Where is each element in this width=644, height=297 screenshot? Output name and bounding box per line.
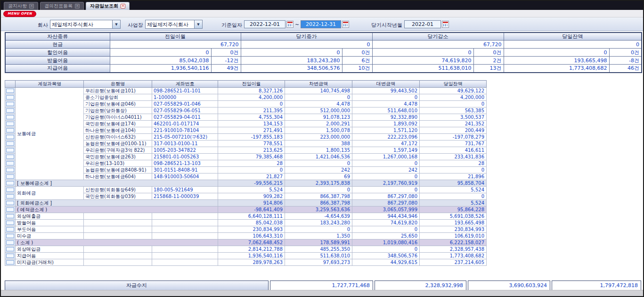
row-selector[interactable] — [5, 121, 16, 127]
daily-balance-cell: 731,767 — [420, 140, 487, 147]
daily-balance-cell: 416,611 — [420, 147, 487, 154]
row-selector[interactable] — [5, 154, 16, 160]
amount-cell: 1,773,408,682 — [504, 65, 609, 73]
account-label: 지급어음 — [16, 253, 84, 259]
detail-table: 계정과목명 은행명 계좌번호 전일이월 차변금액 대변금액 당일잔액 보통예금우… — [5, 80, 487, 266]
amount-cell: 85,042,038 — [110, 57, 211, 65]
row-selector[interactable] — [5, 88, 16, 94]
row-selector[interactable] — [5, 213, 16, 220]
row-selector[interactable] — [5, 220, 16, 226]
row-selector[interactable] — [5, 180, 16, 187]
footer-value: 1,797,472,818 — [552, 280, 641, 291]
row-selector[interactable] — [5, 134, 16, 140]
tab-label: 자금일보조회 — [90, 3, 118, 9]
credit-cell: 1,267,000,168 — [352, 154, 420, 160]
row-selector[interactable] — [5, 246, 16, 253]
calendar-icon-header — [287, 22, 293, 23]
debit-cell: 69 — [285, 173, 352, 180]
summary-row-notes-receivable: 받을어음 85,042,038 -12건 183,243,280 6건 74,6… — [5, 57, 642, 65]
row-selector[interactable] — [5, 206, 16, 213]
prev-balance-cell: 8,327,126 — [218, 88, 285, 94]
base-date-to-input[interactable]: 2022-12-31 — [301, 20, 341, 28]
debit-cell: 0 — [285, 226, 352, 233]
tab-label: 공지사항 — [8, 3, 27, 9]
calendar-icon[interactable] — [286, 21, 293, 28]
row-selector[interactable] — [5, 114, 16, 121]
daily-balance-cell: 95,864,228 — [420, 206, 487, 213]
account-number — [152, 259, 218, 266]
period-start-input[interactable]: 2022-01 — [404, 20, 441, 28]
credit-cell: 74,619,820 — [352, 220, 420, 226]
daily-balance-cell: 21,896 — [420, 173, 487, 180]
prev-balance-cell: 271,491 — [218, 127, 285, 134]
credit-cell: 44,929,615 — [352, 259, 420, 266]
row-selector[interactable] — [5, 187, 16, 193]
credit-cell: 0 — [352, 246, 420, 253]
calendar-icon[interactable] — [342, 21, 349, 28]
amount-cell: 67,720 — [110, 41, 241, 49]
credit-cell: 99,443,502 — [352, 88, 420, 94]
tab-slip-registration[interactable]: 결의전표등록 × — [40, 2, 84, 10]
summary-row-notes-payable: 지급어음 1,936,540,116 49건 348,506,576 10건 5… — [5, 65, 642, 73]
close-icon[interactable]: × — [29, 4, 34, 8]
row-selector[interactable] — [5, 160, 16, 167]
account-number: 215801-01-005263 — [152, 154, 218, 160]
chevron-down-icon[interactable]: ▼ — [194, 20, 202, 28]
row-selector[interactable] — [5, 233, 16, 239]
daily-balance-cell: 5,524 — [420, 187, 487, 193]
row-selector[interactable] — [5, 140, 16, 147]
row-selector[interactable] — [5, 167, 16, 173]
account-number — [152, 220, 218, 226]
daily-balance-cell: 4,200,000 — [420, 94, 487, 101]
debit-cell: 1,800,135 — [285, 147, 352, 154]
account-number — [152, 233, 218, 239]
row-selector[interactable] — [5, 107, 16, 114]
count-cell: 46건 — [609, 65, 642, 73]
row-selector[interactable] — [5, 94, 16, 101]
account-number: 317-0013-0100-11 — [152, 140, 218, 147]
count-cell: -12건 — [211, 57, 241, 65]
calendar-icon[interactable] — [442, 21, 449, 28]
row-selector[interactable] — [5, 226, 16, 233]
close-icon[interactable]: × — [75, 4, 80, 8]
row-label: 받을어음 — [5, 57, 110, 65]
row-selector[interactable] — [5, 147, 16, 154]
chevron-down-icon[interactable]: ▼ — [112, 20, 120, 28]
row-selector[interactable] — [5, 200, 16, 206]
company-select[interactable]: 제일제지주식회사 ▼ — [50, 20, 121, 29]
menu-open-button[interactable]: MENU OPEN — [3, 11, 36, 17]
detail-row: ( 예적금소계 )-98,641,4093,259,563,6363,065,0… — [5, 206, 487, 213]
credit-cell: 0 — [352, 160, 420, 167]
row-selector[interactable] — [5, 253, 16, 259]
bank-name — [84, 246, 152, 253]
row-selector-box — [6, 161, 14, 165]
row-selector[interactable] — [5, 173, 16, 180]
row-selector-box — [6, 89, 14, 93]
row-selector[interactable] — [5, 259, 16, 266]
daily-balance-cell: 1,773,408,682 — [420, 253, 487, 259]
row-selector[interactable] — [5, 239, 16, 246]
row-selector-box — [6, 240, 14, 245]
account-group-label: 보통예금 — [16, 88, 84, 180]
row-selector-box — [6, 141, 14, 146]
base-date-from-input[interactable]: 2022-12-01 — [244, 20, 285, 28]
detail-row: 부도어음230,834,99300230,834,993 — [5, 226, 487, 233]
prev-balance-cell: 914,806 — [218, 200, 285, 206]
row-selector[interactable] — [5, 127, 16, 134]
tab-fund-daily-report[interactable]: 자금일보조회 × — [86, 2, 130, 10]
row-selector[interactable] — [5, 101, 16, 107]
detail-row: 지급어음1,936,540,116511,638,010348,506,5761… — [5, 253, 487, 259]
row-selector-box — [6, 95, 14, 99]
period-start-label: 당기시작년월 — [365, 22, 402, 29]
amount-cell: 0 — [504, 41, 642, 49]
col-daily-balance: 당일잔액 — [504, 33, 642, 41]
close-icon[interactable]: × — [121, 4, 125, 8]
daily-balance-cell: 200,449 — [420, 127, 487, 134]
row-selector[interactable] — [5, 193, 16, 200]
tab-notice[interactable]: 공지사항 × — [4, 2, 38, 10]
debit-cell: 866,387,798 — [285, 200, 352, 206]
prev-balance-cell: 909,282 — [218, 193, 285, 200]
bizsite-select[interactable]: 제일제지주식회사 ▼ — [145, 20, 203, 29]
prev-balance-cell: 28 — [218, 160, 285, 167]
col-account-number: 계좌번호 — [152, 81, 218, 88]
